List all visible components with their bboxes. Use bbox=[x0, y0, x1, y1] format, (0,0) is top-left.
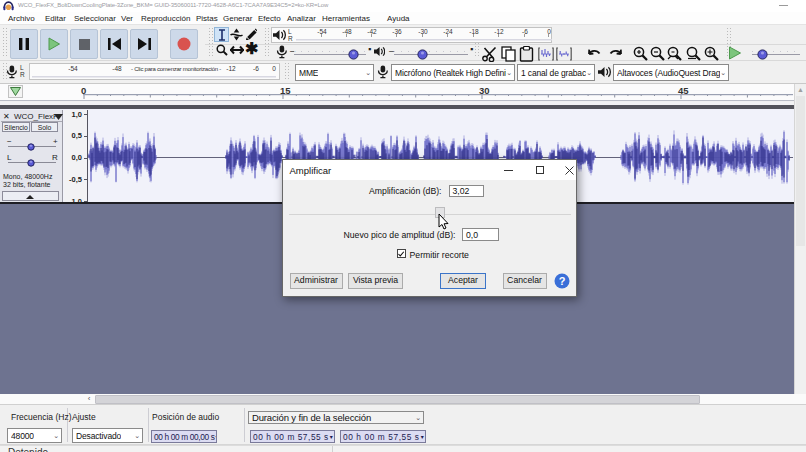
svg-text:?: ? bbox=[558, 275, 565, 287]
